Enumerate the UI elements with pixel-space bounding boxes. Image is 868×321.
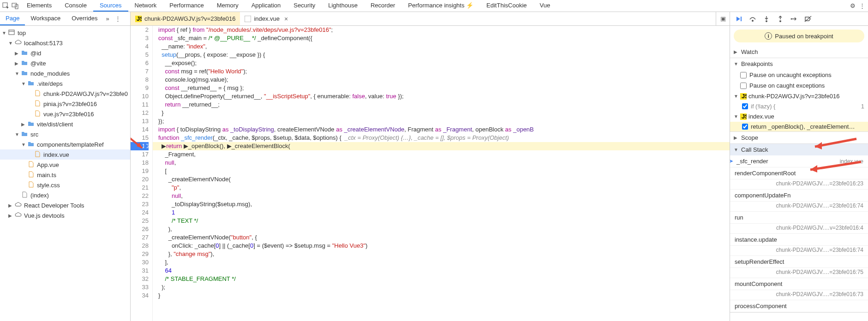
watch-section-header[interactable]: ▶Watch — [730, 46, 868, 58]
line-number[interactable]: 26 — [131, 225, 149, 233]
file-tab[interactable]: index.vue× — [240, 12, 293, 25]
line-number[interactable]: 12 — [131, 109, 149, 117]
code-line[interactable]: setup(__props, { expose: __expose }) { — [153, 51, 730, 59]
line-number[interactable]: 10 — [131, 92, 149, 101]
code-line[interactable]: import { toDisplayString as _toDisplaySt… — [153, 125, 730, 134]
code-line[interactable]: onClick: _cache[0] || (_cache[0] = ($eve… — [153, 242, 730, 250]
tree-item[interactable]: ▶@id — [0, 48, 130, 58]
main-tab-editthiscookie[interactable]: EditThisCookie — [480, 0, 533, 12]
code-line[interactable]: 64 — [153, 267, 730, 275]
tree-item[interactable]: vue.js?v=23bfe016 — [0, 109, 130, 119]
main-tab-security[interactable]: Security — [287, 0, 322, 12]
main-tab-lighthouse[interactable]: Lighthouse — [322, 0, 364, 12]
step-out-icon[interactable] — [776, 15, 784, 23]
line-number[interactable]: 19 — [131, 167, 149, 175]
close-tab-icon[interactable]: × — [284, 15, 288, 23]
tree-item[interactable]: ▼src — [0, 129, 130, 139]
code-line[interactable]: _toDisplayString($setup.msg), — [153, 200, 730, 208]
stack-frame[interactable]: componentUpdateFn — [730, 190, 868, 202]
stack-frame[interactable]: run — [730, 212, 868, 224]
code-line[interactable]: }); — [153, 117, 730, 125]
pause-uncaught-checkbox[interactable] — [740, 72, 747, 78]
tree-item[interactable]: ▼node_modules — [0, 68, 130, 78]
code-editor[interactable]: 2345678910111213141516171819202122232425… — [131, 26, 730, 321]
pause-caught-checkbox-row[interactable]: Pause on caught exceptions — [730, 80, 868, 91]
expand-arrow-icon[interactable]: ▶ — [15, 61, 19, 66]
line-number[interactable]: 20 — [131, 175, 149, 184]
step-icon[interactable] — [790, 15, 798, 23]
code-line[interactable]: Object.defineProperty(__returned__, "__i… — [153, 92, 730, 101]
line-number[interactable]: 30 — [131, 258, 149, 267]
code-line[interactable]: __name: "index", — [153, 42, 730, 51]
line-number[interactable]: 18 — [131, 159, 149, 167]
code-line[interactable]: ); — [153, 283, 730, 291]
stack-frame[interactable]: processComponent — [730, 300, 868, 312]
expand-arrow-icon[interactable]: ▼ — [2, 30, 6, 36]
navigator-tab-workspace[interactable]: Workspace — [25, 12, 66, 25]
expand-arrow-icon[interactable]: ▶ — [8, 203, 13, 208]
code-line[interactable]: } — [153, 109, 730, 117]
tree-item[interactable]: main.ts — [0, 170, 130, 180]
code-line[interactable]: ▶return ▶_openBlock(), ▶_createElementBl… — [153, 142, 730, 150]
navigator-tab-page[interactable]: Page — [0, 12, 25, 25]
code-line[interactable]: 1 — [153, 208, 730, 217]
line-number[interactable]: 8 — [131, 76, 149, 84]
line-number[interactable]: 22 — [131, 192, 149, 200]
tree-item[interactable]: App.vue — [0, 160, 130, 170]
expand-arrow-icon[interactable]: ▶ — [15, 51, 19, 56]
main-tab-console[interactable]: Console — [58, 0, 93, 12]
tree-item[interactable]: (index) — [0, 190, 130, 200]
expand-arrow-icon[interactable]: ▶ — [21, 122, 26, 127]
tree-item[interactable]: style.css — [0, 180, 130, 190]
stack-frame[interactable]: setupRenderEffect — [730, 256, 868, 268]
code-line[interactable]: __expose(); — [153, 59, 730, 67]
inspect-icon[interactable] — [2, 2, 10, 10]
tree-item[interactable]: ▶React Developer Tools — [0, 200, 130, 210]
resume-icon[interactable] — [735, 15, 743, 23]
pause-caught-checkbox[interactable] — [740, 83, 747, 89]
main-tab-vue[interactable]: Vue — [533, 0, 557, 12]
line-number[interactable]: 13 — [131, 117, 149, 125]
device-icon[interactable] — [11, 2, 19, 10]
code-line[interactable]: _Fragment, — [153, 150, 730, 159]
code-line[interactable]: null, — [153, 159, 730, 167]
line-number[interactable]: 4 — [131, 42, 149, 51]
tree-item[interactable]: pinia.js?v=23bfe016 — [0, 99, 130, 109]
code-line[interactable]: console.log(msg.value); — [153, 76, 730, 84]
code-line[interactable]: /* TEXT */ — [153, 217, 730, 225]
breakpoint-file-header[interactable]: ▼JSindex.vue — [730, 111, 868, 122]
breakpoint-checkbox[interactable] — [742, 103, 748, 109]
expand-arrow-icon[interactable]: ▼ — [21, 142, 26, 147]
overflow-icon[interactable]: » — [103, 15, 112, 22]
stack-frame[interactable]: instance.update — [730, 234, 868, 246]
breakpoint-entry[interactable]: return _openBlock(), _createElement… — [730, 122, 868, 131]
line-number[interactable]: 2 — [131, 26, 149, 34]
tree-item[interactable]: ▶vite/dist/client — [0, 119, 130, 129]
code-line[interactable]: "p", — [153, 184, 730, 192]
line-number[interactable]: 21 — [131, 184, 149, 192]
more-vert-icon[interactable]: ⋮ — [858, 2, 866, 10]
code-line[interactable]: const _sfc_main = /* @__PURE__ */ _defin… — [153, 34, 730, 42]
deactivate-breakpoints-icon[interactable] — [804, 15, 812, 23]
code-line[interactable]: return __returned__; — [153, 101, 730, 109]
breakpoint-checkbox[interactable] — [742, 124, 748, 130]
more-vert-icon[interactable]: ⋮ — [112, 15, 124, 22]
settings-gear-icon[interactable]: ⚙ — [849, 2, 857, 10]
line-number[interactable]: 33 — [131, 283, 149, 291]
line-number[interactable]: 28 — [131, 242, 149, 250]
line-number[interactable]: 27 — [131, 233, 149, 242]
tree-item[interactable]: ▶@vite — [0, 58, 130, 68]
line-number[interactable]: 34 — [131, 291, 149, 300]
step-into-icon[interactable] — [762, 15, 771, 23]
file-tab[interactable]: JSchunk-PD2AWGJV.js?v=23bfe016 — [131, 12, 240, 25]
main-tab-memory[interactable]: Memory — [210, 0, 245, 12]
line-number[interactable]: 32 — [131, 275, 149, 283]
code-line[interactable]: _createElementVNode( — [153, 175, 730, 184]
tree-item[interactable]: ▼components/templateRef — [0, 139, 130, 149]
navigator-tab-overrides[interactable]: Overrides — [66, 12, 103, 25]
code-line[interactable]: const __returned__ = { msg }; — [153, 84, 730, 92]
code-line[interactable]: function _sfc_render(_ctx, _cache, $prop… — [153, 134, 730, 142]
code-line[interactable]: _createElementVNode("button", { — [153, 233, 730, 242]
code-line[interactable]: null, — [153, 192, 730, 200]
tree-item[interactable]: ▼localhost:5173 — [0, 38, 130, 48]
